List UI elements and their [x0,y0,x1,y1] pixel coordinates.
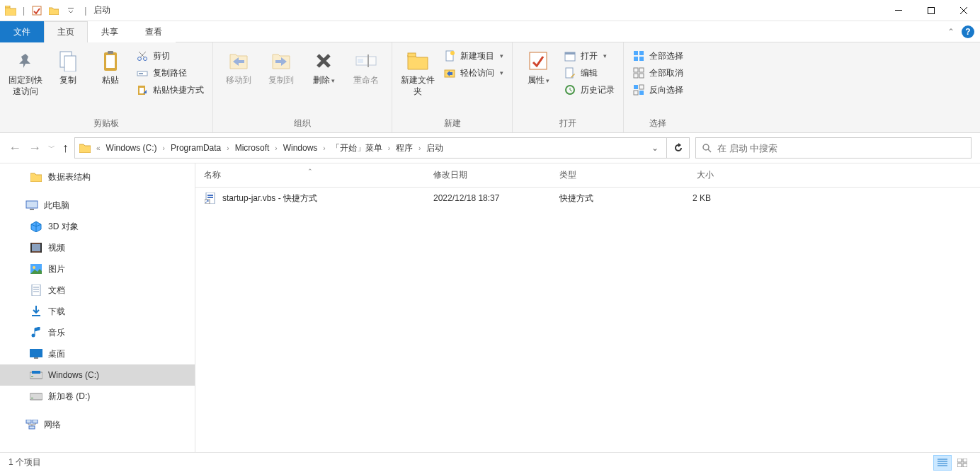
chevron-right-icon[interactable]: › [416,144,423,152]
delete-button[interactable]: 删除▾ [304,45,343,86]
breadcrumb-segment[interactable]: 「开始」菜单 [330,142,384,154]
help-icon[interactable]: ? [962,25,974,38]
copy-button[interactable]: 复制 [48,45,88,86]
tree-item-music[interactable]: 音乐 [0,322,195,343]
tree-item-desktop[interactable]: 桌面 [0,343,195,364]
up-button[interactable]: ↑ [62,141,69,156]
properties-button[interactable]: 属性▾ [518,45,558,86]
rename-button[interactable]: 重命名 [346,45,386,86]
tree-item[interactable]: 数据表结构 [0,166,195,188]
breadcrumb-segment[interactable]: 启动 [425,142,445,154]
pc-icon [25,199,38,212]
cut-button[interactable]: 剪切 [133,48,207,64]
open-button[interactable]: 打开▾ [561,48,617,64]
folder-icon [3,3,18,18]
properties-icon[interactable] [29,3,45,18]
refresh-button[interactable] [667,137,690,159]
sort-asc-icon: ⌃ [307,168,313,175]
history-button[interactable]: 历史记录 [561,82,617,98]
tree-item-this-pc[interactable]: 此电脑 [0,195,195,216]
rename-icon [355,50,377,72]
minimize-button[interactable] [882,0,915,21]
music-icon [30,326,42,339]
window-controls [882,0,980,21]
desktop-icon [30,347,42,360]
tree-item-downloads[interactable]: 下载 [0,301,195,322]
new-item-button[interactable]: 新建项目▾ [440,48,506,64]
breadcrumb-segment[interactable]: 程序 [394,142,414,154]
collapse-ribbon-icon[interactable]: ⌃ [947,27,955,37]
recent-dropdown-icon[interactable]: ﹀ [48,143,55,153]
easy-access-button[interactable]: 轻松访问▾ [440,65,506,81]
tree-item-drive-c[interactable]: Windows (C:) [0,364,195,386]
svg-rect-2 [68,8,74,8]
svg-rect-59 [31,376,33,377]
chevron-icon[interactable]: « [93,144,103,152]
chevron-right-icon[interactable]: › [224,144,232,152]
tab-file[interactable]: 文件 [0,21,44,42]
new-folder-button[interactable]: 新建文件夹 [398,45,438,97]
breadcrumb-dropdown-icon[interactable]: ⌄ [646,143,663,153]
column-type[interactable]: 类型 [551,169,659,181]
pin-icon [14,50,37,72]
move-to-button[interactable]: 移动到 [219,45,258,86]
copy-to-button[interactable]: 复制到 [261,45,301,86]
tree-item-network[interactable]: 网络 [0,414,195,435]
large-icons-view-button[interactable] [953,455,972,471]
details-view-button[interactable] [933,455,952,471]
copy-path-button[interactable]: 复制路径 [133,65,207,81]
column-name[interactable]: ⌃名称 [195,169,425,181]
maximize-button[interactable] [915,0,947,21]
separator: | [84,6,86,16]
copy-path-icon [136,67,149,79]
ribbon-group-open: 属性▾ 打开▾ 编辑 历史记录 打开 [513,42,624,132]
tree-item-3d[interactable]: 3D 对象 [0,216,195,237]
back-button[interactable]: ← [8,141,21,156]
ribbon-tabs: 文件 主页 共享 查看 ⌃ ? [0,21,980,42]
paste-button[interactable]: 粘贴 [91,45,130,86]
tab-view[interactable]: 查看 [132,21,176,42]
column-size[interactable]: 大小 [659,169,722,181]
copy-icon [57,50,79,72]
select-none-button[interactable]: 全部取消 [629,65,686,81]
paste-shortcut-button[interactable]: 粘贴快捷方式 [133,82,207,98]
svg-rect-13 [139,73,143,74]
pictures-icon [30,263,42,275]
svg-rect-28 [634,51,638,55]
invert-selection-button[interactable]: 反向选择 [629,82,686,98]
breadcrumb-segment[interactable]: ProgramData [169,143,222,153]
breadcrumb-segment[interactable]: Microsoft [234,143,271,153]
file-list[interactable]: startup-jar.vbs - 快捷方式 2022/12/18 18:37 … [195,188,980,452]
edit-button[interactable]: 编辑 [561,65,617,81]
folder-small-icon[interactable] [46,3,62,18]
tree-item-drive-d[interactable]: 新加卷 (D:) [0,386,195,407]
chevron-right-icon[interactable]: › [160,144,168,152]
close-button[interactable] [947,0,980,21]
tab-home[interactable]: 主页 [44,21,88,42]
delete-icon [312,50,335,72]
forward-button[interactable]: → [28,141,41,156]
chevron-right-icon[interactable]: › [385,144,393,152]
tree-item-documents[interactable]: 文档 [0,280,195,301]
tab-share[interactable]: 共享 [88,21,132,42]
tree-item-videos[interactable]: 视频 [0,237,195,258]
breadcrumb-segment[interactable]: Windows [282,143,319,153]
chevron-right-icon[interactable]: › [272,144,280,152]
tree-item-pictures[interactable]: 图片 [0,258,195,280]
pin-quick-access-button[interactable]: 固定到快速访问 [6,45,45,97]
breadcrumb[interactable]: « Windows (C:) › ProgramData › Microsoft… [74,137,667,159]
svg-rect-74 [957,459,962,462]
column-date[interactable]: 修改日期 [425,169,551,181]
navigation-pane[interactable]: 数据表结构 此电脑 3D 对象 视频 图片 文档 下载 音乐 [0,163,195,452]
easy-access-icon [443,67,456,79]
new-item-icon [443,50,456,62]
search-box[interactable] [695,137,972,159]
qa-dropdown-icon[interactable] [63,3,79,18]
select-all-button[interactable]: 全部选择 [629,48,686,64]
search-input[interactable] [717,143,965,154]
chevron-right-icon[interactable]: › [320,144,328,152]
svg-rect-6 [64,56,76,71]
breadcrumb-segment[interactable]: Windows (C:) [105,143,159,153]
file-row[interactable]: startup-jar.vbs - 快捷方式 2022/12/18 18:37 … [195,188,980,209]
svg-rect-8 [106,55,115,68]
